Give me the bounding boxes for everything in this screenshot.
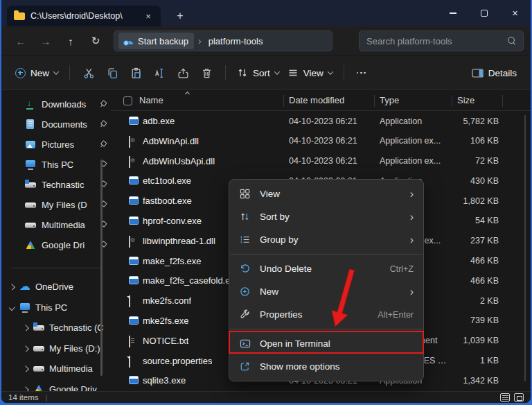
column-header-type[interactable]: Type (380, 95, 399, 105)
sidebar-tree-onedrive[interactable]: ☁ OneDrive (1, 277, 111, 298)
column-divider[interactable] (452, 95, 452, 107)
chevron-right-icon[interactable] (23, 365, 29, 372)
drive-icon (25, 220, 36, 230)
column-header-date[interactable]: Date modified (289, 95, 344, 105)
wrench-icon (240, 309, 250, 320)
sidebar-tree-my-files[interactable]: My Files (D:) (1, 338, 111, 359)
sidebar-tree-multimedia[interactable]: Multimedia (1, 359, 111, 379)
file-icon (129, 316, 139, 325)
status-divider: | (45, 393, 47, 402)
menu-divider (230, 254, 423, 255)
column-header-size[interactable]: Size (457, 95, 475, 105)
titlebar: C:\Users\droid\Desktop\ × + × (1, 0, 531, 26)
submenu-arrow-icon: › (410, 234, 414, 245)
sidebar-item-documents[interactable]: Documents (1, 114, 111, 135)
menu-item-show-more-options[interactable]: Show more options (229, 355, 423, 378)
menu-item-sort-by[interactable]: Sort by › (229, 205, 423, 228)
new-button[interactable]: New (11, 61, 62, 85)
search-icon (508, 37, 516, 45)
details-button[interactable]: Details (468, 61, 521, 85)
chevron-down-icon[interactable] (9, 304, 15, 311)
trash-icon (201, 67, 213, 79)
pin-icon (98, 139, 108, 150)
monitor-icon (19, 302, 30, 313)
sidebar-tree-google-drive[interactable]: Google Driv (1, 379, 111, 392)
sidebar-item-this-pc[interactable]: This PC (1, 155, 111, 175)
new-tab-button[interactable]: + (170, 6, 190, 26)
sidebar-scrollbar[interactable] (100, 160, 103, 376)
menu-divider (230, 329, 423, 329)
search-input[interactable] (366, 36, 508, 46)
sidebar-item-technastic[interactable]: Technastic (1, 175, 111, 195)
sidebar-item-downloads[interactable]: Downloads (1, 94, 111, 114)
rename-button[interactable] (148, 61, 171, 85)
chevron-down-icon (274, 69, 280, 74)
sidebar-item-my-files[interactable]: My Files (D (1, 195, 111, 215)
pin-icon (98, 200, 108, 210)
chevron-right-icon[interactable] (23, 345, 29, 352)
google-drive-icon (25, 240, 36, 250)
delete-button[interactable] (195, 61, 218, 85)
more-options-button[interactable] (351, 72, 371, 74)
sidebar-tree-technastic[interactable]: Technastic (C (1, 318, 111, 338)
refresh-button[interactable]: ↻ (83, 31, 108, 51)
address-bar[interactable]: ☁ Start backup › platform-tools (114, 31, 332, 51)
select-all-checkbox[interactable] (123, 96, 132, 105)
chevron-right-icon[interactable] (23, 386, 29, 391)
menu-item-undo-delete[interactable]: Undo Delete Ctrl+Z (229, 257, 423, 280)
downloads-icon (25, 99, 36, 110)
share-button[interactable] (171, 61, 195, 85)
file-row[interactable]: adb.exe04-10-2023 06:21Application5,782 … (111, 111, 531, 131)
forward-button[interactable]: → (33, 31, 58, 51)
documents-icon (25, 119, 36, 130)
column-divider[interactable] (374, 95, 375, 107)
scissors-icon (83, 67, 95, 79)
column-header-name[interactable]: Name (139, 95, 163, 105)
sort-ascending-icon (185, 92, 190, 96)
pin-icon (98, 99, 108, 110)
paste-button[interactable] (124, 61, 148, 85)
breadcrumb-root[interactable]: ☁ Start backup (118, 33, 194, 49)
sidebar-item-multimedia[interactable]: Multimedia (1, 215, 111, 235)
sidebar-item-google-drive[interactable]: Google Dri (1, 235, 111, 255)
sidebar-tree-this-pc[interactable]: This PC (1, 298, 111, 318)
copy-button[interactable] (100, 61, 124, 85)
menu-item-group-by[interactable]: Group by › (229, 228, 423, 251)
file-list-scrollbar[interactable] (524, 115, 526, 381)
column-divider[interactable] (502, 95, 503, 107)
search-box[interactable] (359, 31, 524, 51)
menu-item-view[interactable]: View › (229, 182, 423, 205)
large-thumbnails-toggle-icon[interactable] (514, 393, 524, 402)
details-view-toggle-icon[interactable] (500, 393, 510, 402)
onedrive-sync-icon: ☁ (124, 36, 134, 46)
up-button[interactable]: ↑ (58, 31, 83, 51)
maximize-button[interactable] (468, 0, 499, 26)
breadcrumb-current[interactable]: platform-tools (206, 36, 263, 46)
explorer-tab[interactable]: C:\Users\droid\Desktop\ × (7, 6, 161, 26)
back-button[interactable]: ← (8, 31, 33, 51)
group-list-icon (240, 234, 250, 245)
menu-item-properties[interactable]: Properties Alt+Enter (229, 303, 423, 326)
toolbar-divider (344, 65, 344, 80)
chevron-right-icon[interactable] (23, 325, 29, 331)
column-divider[interactable] (283, 95, 284, 107)
cut-button[interactable] (77, 61, 100, 85)
menu-item-new[interactable]: New › (229, 280, 423, 303)
paste-icon (130, 67, 142, 79)
onedrive-cloud-icon: ☁ (19, 282, 30, 292)
view-button[interactable]: View (283, 61, 337, 85)
breadcrumb-chevron-icon: › (198, 35, 202, 46)
sort-button[interactable]: Sort (233, 61, 283, 85)
status-bar: 14 items | (1, 391, 531, 403)
file-row[interactable]: AdbWinUsbApi.dll04-10-2023 06:21Applicat… (111, 151, 531, 171)
tab-close-icon[interactable]: × (143, 11, 154, 21)
sidebar: Downloads Documents Pictures This PC Tec (1, 90, 111, 391)
minimize-button[interactable] (437, 0, 468, 26)
copy-icon (107, 67, 118, 79)
file-row[interactable]: AdbWinApi.dll04-10-2023 06:21Application… (111, 131, 531, 151)
close-button[interactable]: × (499, 0, 531, 26)
sidebar-item-pictures[interactable]: Pictures (1, 135, 111, 155)
chevron-right-icon[interactable] (9, 284, 15, 290)
maximize-icon (481, 10, 488, 17)
navigation-bar: ← → ↑ ↻ ☁ Start backup › platform-tools (1, 26, 531, 55)
